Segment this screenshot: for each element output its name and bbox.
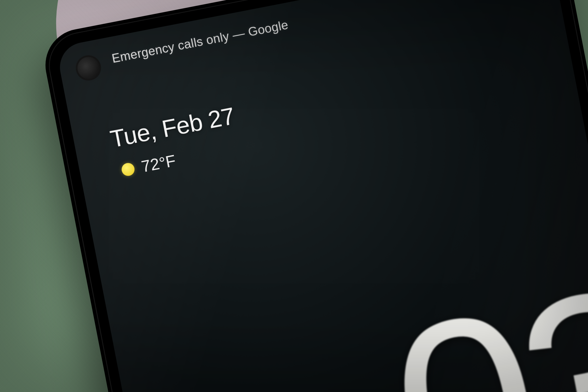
sun-icon bbox=[120, 162, 136, 177]
status-icons-group: ! bbox=[450, 0, 540, 1]
at-a-glance-widget[interactable]: Tue, Feb 27 72°F bbox=[108, 102, 242, 181]
temperature-text: 72°F bbox=[140, 151, 177, 176]
phone-device: Emergency calls only — Google bbox=[39, 0, 588, 392]
phone-body: Emergency calls only — Google bbox=[39, 0, 588, 392]
lockscreen-clock: 03 bbox=[379, 272, 588, 392]
carrier-status-text: Emergency calls only — Google bbox=[111, 18, 289, 66]
phone-screen: Emergency calls only — Google bbox=[56, 0, 588, 392]
